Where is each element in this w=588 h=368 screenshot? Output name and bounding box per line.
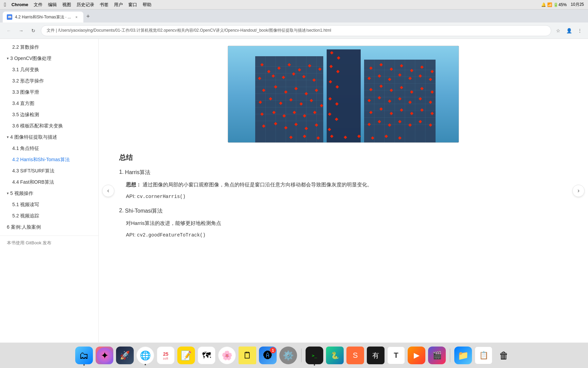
menu-file[interactable]: 文件	[34, 2, 43, 8]
dock-photos[interactable]: 🌸	[218, 347, 236, 364]
dock: 🗂 ✦ 🚀 🌐 25 10月 📝 🗺 🌸 🗒 🅐 1 ⚙️ >_	[0, 342, 588, 368]
stickies-icon: 🗒	[243, 350, 252, 361]
menu-bar-right: 🔔 📶 🔋45% 10月25	[541, 2, 584, 7]
url-text: 文件 | /Users/yaoxiaoying/Documents/01-工作/…	[47, 28, 331, 33]
terminal-icon: >_	[312, 353, 317, 358]
shi-tomasi-header: 2. Shi-Tomasi算法	[119, 208, 568, 215]
dock-sysprefs[interactable]: ⚙️	[279, 347, 297, 364]
dock-sublimetext[interactable]: S	[346, 347, 364, 364]
photos-icon: 🌸	[222, 350, 232, 361]
harris-title: Harris算法	[125, 169, 150, 176]
shi-tomasi-num: 2.	[119, 208, 124, 215]
dock-maps[interactable]: 🗺	[198, 347, 215, 364]
menu-bookmarks[interactable]: 书签	[100, 2, 109, 8]
dock-separator-2	[450, 349, 450, 362]
sidebar-item-5-2[interactable]: 5.2 视频追踪	[0, 210, 98, 221]
sidebar-item-3-6[interactable]: 3.6 模板匹配和霍夫变换	[0, 120, 98, 132]
back-button[interactable]: ←	[4, 26, 14, 35]
sidebar-item-3-4[interactable]: 3.4 直方图	[0, 98, 98, 109]
permute-icon: ▶	[414, 351, 420, 360]
page-content: ‹ ›	[99, 39, 588, 342]
pycharm-icon: 🐍	[331, 351, 339, 359]
dock-appstore[interactable]: 🅐 1	[259, 347, 277, 364]
right-arrow-icon: ›	[577, 187, 579, 194]
dock-notes[interactable]: 📝	[177, 347, 195, 364]
menu-user[interactable]: 用户	[114, 2, 123, 8]
dock-notes2[interactable]: 📋	[475, 347, 492, 364]
youdo-icon: 有	[372, 351, 379, 360]
maps-icon: 🗺	[202, 350, 211, 361]
harris-api-label: API:	[126, 193, 137, 199]
sidebar-item-4-1[interactable]: 4.1 角点特征	[0, 143, 98, 154]
menu-help[interactable]: 帮助	[143, 2, 151, 8]
trash-icon: 🗑	[499, 350, 509, 361]
sidebar-item-5-1[interactable]: 5.1 视频读写	[0, 199, 98, 210]
calendar-icon: 25	[163, 351, 168, 357]
dock-launchpad[interactable]: 🚀	[116, 347, 134, 364]
harris-api-code: cv.cornerHarris()	[137, 194, 186, 199]
sidebar-item-4-4[interactable]: 4.4 Fast和ORB算法	[0, 177, 98, 188]
dock-calendar[interactable]: 25 10月	[157, 347, 175, 364]
sidebar-footer: 本书使用 GitBook 发布	[0, 235, 98, 250]
dock-stickies[interactable]: 🗒	[239, 347, 256, 364]
forward-button[interactable]: →	[16, 26, 26, 35]
tab-close-button[interactable]: ×	[74, 14, 79, 20]
chrome-dock-icon: 🌐	[140, 350, 151, 361]
clock: 10月25	[571, 2, 584, 7]
refresh-button[interactable]: ↻	[29, 26, 38, 35]
section-5-chevron: ▾	[7, 190, 9, 196]
content-area: 2.2 算数操作 ▾ 3 OpenCV图像处理 3.1 几何变换 3.2 形态学…	[0, 39, 588, 342]
dock-pycharm[interactable]: 🐍	[326, 347, 344, 364]
next-page-arrow[interactable]: ›	[572, 185, 585, 197]
imageviewer-icon: 🎬	[432, 351, 442, 360]
dock-imageviewer[interactable]: 🎬	[428, 347, 446, 364]
sidebar-item-4-2[interactable]: 4.2 Harris和Shi-Tomas算法	[0, 154, 98, 165]
new-tab-button[interactable]: +	[83, 12, 93, 21]
url-bar[interactable]: 文件 | /Users/yaoxiaoying/Documents/01-工作/…	[41, 25, 551, 36]
shi-tomasi-api: API: cv2.goodFeatureToTrack()	[126, 230, 568, 240]
menu-chrome[interactable]: Chrome	[12, 2, 28, 7]
shi-tomasi-api-code: cv2.goodFeatureToTrack()	[137, 232, 206, 238]
prev-page-arrow[interactable]: ‹	[102, 185, 114, 197]
sidebar-item-3-2[interactable]: 3.2 形态学操作	[0, 75, 98, 87]
apple-menu[interactable]: 	[4, 2, 6, 8]
dock-terminal[interactable]: >_	[306, 347, 323, 364]
sidebar: 2.2 算数操作 ▾ 3 OpenCV图像处理 3.1 几何变换 3.2 形态学…	[0, 39, 99, 342]
harris-api: API: cv.cornerHarris()	[126, 192, 568, 201]
more-options-icon[interactable]: ⋮	[576, 27, 584, 35]
menu-window[interactable]: 窗口	[128, 2, 137, 8]
active-tab[interactable]: 📖 4.2 Harris和Shi-Tomas算法 · ... ×	[3, 12, 83, 22]
summary-title: 总结	[119, 153, 568, 162]
sidebar-item-3-1[interactable]: 3.1 几何变换	[0, 64, 98, 75]
dock-siri[interactable]: ✦	[96, 347, 113, 364]
dock-files-blue[interactable]: 📁	[454, 347, 472, 364]
section-4-chevron: ▾	[7, 134, 9, 140]
menu-edit[interactable]: 编辑	[48, 2, 57, 8]
profile-icon[interactable]: 👤	[565, 27, 573, 35]
menu-history[interactable]: 历史记录	[77, 2, 94, 8]
bookmark-icon[interactable]: ☆	[554, 27, 562, 35]
sidebar-item-6[interactable]: 6 案例:人脸案例	[0, 221, 98, 233]
sidebar-item-4-3[interactable]: 4.3 SIFT/SURF算法	[0, 165, 98, 177]
list-item-shi-tomasi: 2. Shi-Tomasi算法 对Harris算法的改进，能够更好地检测角点 A…	[119, 208, 568, 239]
sidebar-item-3[interactable]: ▾ 3 OpenCV图像处理	[0, 53, 98, 64]
terminal-running-dot	[314, 364, 315, 366]
sidebar-item-3-3[interactable]: 3.3 图像平滑	[0, 87, 98, 98]
summary-section: 总结 1. Harris算法 思想： 通过图像的局部的小窗口观察图像，角点的特征…	[119, 153, 568, 240]
dock-finder[interactable]: 🗂	[75, 347, 93, 364]
sidebar-item-5[interactable]: ▾ 5 视频操作	[0, 188, 98, 199]
dock-permute[interactable]: ▶	[408, 347, 425, 364]
tab-favicon: 📖	[7, 14, 12, 20]
dock-chrome[interactable]: 🌐	[136, 347, 154, 364]
typora-icon: T	[394, 351, 398, 360]
sidebar-item-3-5[interactable]: 3.5 边缘检测	[0, 109, 98, 120]
sidebar-item-4[interactable]: ▾ 4 图像特征提取与描述	[0, 132, 98, 143]
harris-thought: 思想： 通过图像的局部的小窗口观察图像，角点的特征是窗口沿任意方向移动都会导致图…	[126, 180, 568, 189]
dock-typora[interactable]: T	[387, 347, 405, 364]
sidebar-item-2-2[interactable]: 2.2 算数操作	[0, 42, 98, 53]
left-arrow-icon: ‹	[107, 187, 109, 194]
dock-youdo[interactable]: 有	[367, 347, 385, 364]
dock-trash[interactable]: 🗑	[495, 347, 513, 364]
finder-icon: 🗂	[79, 350, 89, 361]
menu-view[interactable]: 视图	[62, 2, 71, 8]
